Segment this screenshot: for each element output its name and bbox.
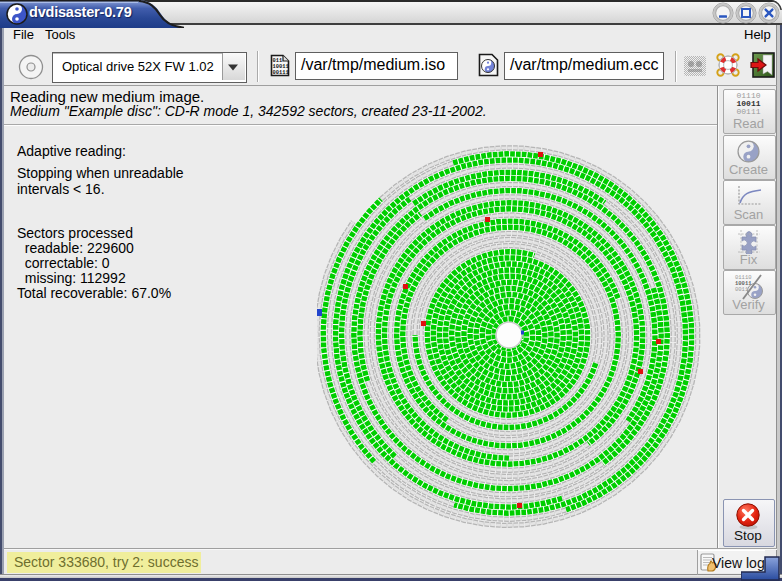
svg-text:00111: 00111 (273, 70, 289, 76)
